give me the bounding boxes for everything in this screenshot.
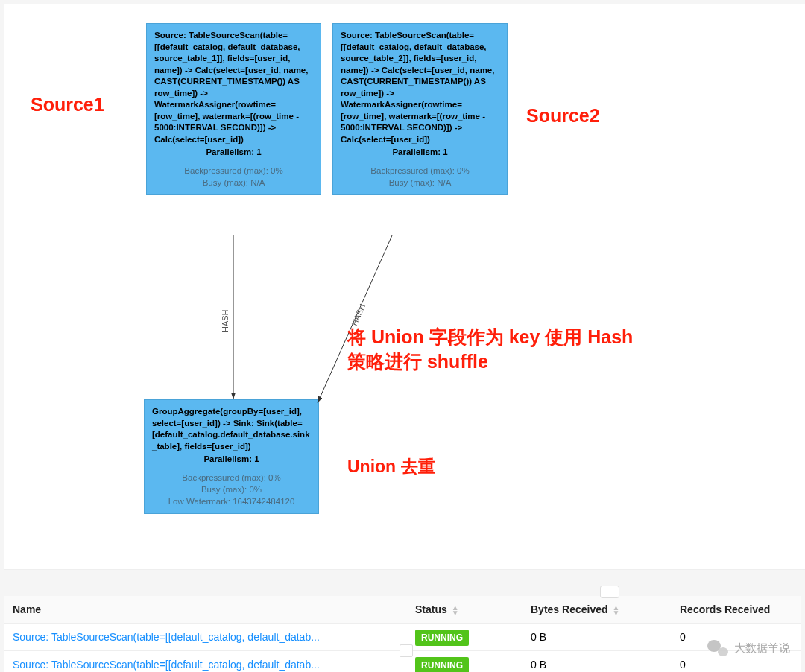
operator-node-source2[interactable]: Source: TableSourceScan(table=[[default_… [332, 23, 508, 195]
wechat-icon [707, 638, 728, 659]
operator-parallelism: Parallelism: 1 [152, 454, 311, 466]
operator-metrics: Backpressured (max): 0% Busy (max): N/A [341, 165, 499, 188]
bytes-cell: 0 B [522, 624, 671, 651]
column-header-bytes[interactable]: Bytes Received▲▼ [522, 596, 671, 624]
status-badge: RUNNING [415, 630, 469, 646]
column-resize-handle-icon[interactable]: ⋮ [400, 644, 413, 657]
svg-line-1 [318, 235, 392, 403]
drag-handle-icon[interactable]: ⋯ [600, 586, 619, 598]
column-header-records[interactable]: Records Received [671, 596, 801, 624]
bytes-cell: 0 B [522, 651, 671, 672]
operator-link[interactable]: Source: TableSourceScan(table=[[default_… [13, 659, 320, 671]
operator-metrics: Backpressured (max): 0% Busy (max): N/A [154, 165, 313, 188]
watermark: 大数据羊说 [707, 638, 790, 659]
edge-label-hash: HASH [221, 309, 230, 332]
operator-node-source1[interactable]: Source: TableSourceScan(table=[[default_… [146, 23, 321, 195]
status-badge: RUNNING [415, 657, 469, 672]
sort-icon[interactable]: ▲▼ [452, 605, 459, 615]
annotation-source1: Source1 [31, 94, 104, 115]
operator-metrics: Backpressured (max): 0% Busy (max): 0% L… [152, 472, 311, 507]
annotation-hash: 将 Union 字段作为 key 使用 Hash 策略进行 shuffle [347, 325, 720, 373]
annotation-source2: Source2 [526, 105, 600, 127]
operator-parallelism: Parallelism: 1 [154, 147, 313, 159]
column-header-name[interactable]: Name [4, 596, 406, 624]
sort-icon[interactable]: ▲▼ [613, 605, 620, 615]
annotation-union: Union 去重 [347, 455, 435, 478]
operator-description: Source: TableSourceScan(table=[[default_… [154, 30, 313, 145]
edge-label-hash: HASH [350, 302, 367, 327]
column-header-status[interactable]: Status▲▼ [406, 596, 522, 624]
operator-description: GroupAggregate(groupBy=[user_id], select… [152, 406, 311, 452]
operator-description: Source: TableSourceScan(table=[[default_… [341, 30, 499, 145]
operator-link[interactable]: Source: TableSourceScan(table=[[default_… [13, 631, 320, 643]
operator-node-sink[interactable]: GroupAggregate(groupBy=[user_id], select… [144, 399, 319, 514]
job-graph-canvas[interactable]: Source: TableSourceScan(table=[[default_… [4, 4, 805, 570]
operators-table: Name Status▲▼ Bytes Received▲▼ Records R… [4, 596, 801, 672]
operator-parallelism: Parallelism: 1 [341, 147, 499, 159]
